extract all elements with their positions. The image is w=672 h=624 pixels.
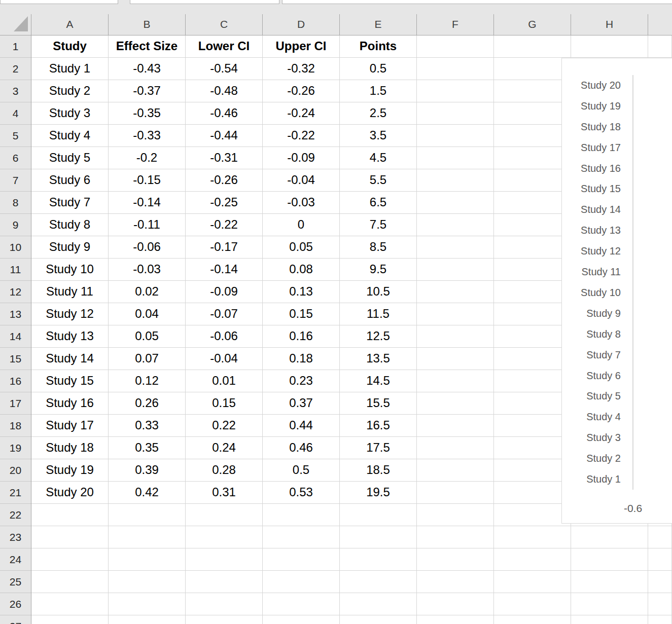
row-header-5[interactable]: 5 — [0, 125, 31, 147]
select-all-button[interactable] — [0, 14, 31, 35]
column-header-E[interactable]: E — [340, 14, 417, 35]
cell-B12[interactable]: 0.02 — [109, 281, 186, 303]
cell-A20[interactable]: Study 19 — [31, 459, 109, 482]
row-header-15[interactable]: 15 — [0, 348, 31, 370]
cell-B16[interactable]: 0.12 — [109, 370, 186, 392]
row-header-17[interactable]: 17 — [0, 392, 31, 415]
cell-D18[interactable]: 0.44 — [263, 415, 340, 437]
cell-C18[interactable]: 0.22 — [186, 415, 263, 437]
cell-C10[interactable]: -0.17 — [186, 236, 263, 259]
cell-B27[interactable] — [109, 615, 186, 624]
cell-C2[interactable]: -0.54 — [186, 58, 263, 80]
cell-F14[interactable] — [417, 325, 494, 348]
cell-G23[interactable] — [494, 526, 571, 548]
cell-B8[interactable]: -0.14 — [109, 192, 186, 214]
cell-A17[interactable]: Study 16 — [31, 392, 109, 415]
column-header-partial[interactable] — [648, 14, 672, 35]
cell-E22[interactable] — [340, 504, 417, 526]
cell-I23[interactable] — [648, 526, 672, 548]
column-header-D[interactable]: D — [263, 14, 340, 35]
cell-E15[interactable]: 13.5 — [340, 348, 417, 370]
cell-A11[interactable]: Study 10 — [31, 259, 109, 281]
cell-B26[interactable] — [109, 593, 186, 615]
cell-C19[interactable]: 0.24 — [186, 437, 263, 459]
cell-E9[interactable]: 7.5 — [340, 214, 417, 236]
cell-B2[interactable]: -0.43 — [109, 58, 186, 80]
cell-G9[interactable] — [494, 214, 571, 236]
row-header-3[interactable]: 3 — [0, 80, 31, 102]
cell-C27[interactable] — [186, 615, 263, 624]
row-header-26[interactable]: 26 — [0, 593, 31, 615]
cell-E26[interactable] — [340, 593, 417, 615]
cell-B13[interactable]: 0.04 — [109, 303, 186, 325]
cell-D17[interactable]: 0.37 — [263, 392, 340, 415]
cell-B4[interactable]: -0.35 — [109, 102, 186, 125]
cell-D9[interactable]: 0 — [263, 214, 340, 236]
row-header-1[interactable]: 1 — [0, 35, 31, 58]
cell-F25[interactable] — [417, 571, 494, 593]
cell-E7[interactable]: 5.5 — [340, 169, 417, 192]
cell-H24[interactable] — [571, 548, 648, 571]
cell-B5[interactable]: -0.33 — [109, 125, 186, 147]
cell-C17[interactable]: 0.15 — [186, 392, 263, 415]
cell-G4[interactable] — [494, 102, 571, 125]
cell-H27[interactable] — [571, 615, 648, 624]
cell-E11[interactable]: 9.5 — [340, 259, 417, 281]
row-header-27[interactable]: 27 — [0, 615, 31, 624]
cell-G7[interactable] — [494, 169, 571, 192]
cell-I26[interactable] — [648, 593, 672, 615]
cell-B20[interactable]: 0.39 — [109, 459, 186, 482]
cell-C20[interactable]: 0.28 — [186, 459, 263, 482]
cell-G11[interactable] — [494, 259, 571, 281]
cell-G20[interactable] — [494, 459, 571, 482]
cell-D1[interactable]: Upper CI — [263, 35, 340, 58]
row-header-8[interactable]: 8 — [0, 192, 31, 214]
cell-E25[interactable] — [340, 571, 417, 593]
cell-D21[interactable]: 0.53 — [263, 482, 340, 504]
cell-E16[interactable]: 14.5 — [340, 370, 417, 392]
fx-box[interactable] — [130, 0, 279, 4]
cell-C8[interactable]: -0.25 — [186, 192, 263, 214]
cell-B9[interactable]: -0.11 — [109, 214, 186, 236]
cell-I24[interactable] — [648, 548, 672, 571]
row-header-18[interactable]: 18 — [0, 415, 31, 437]
cell-F12[interactable] — [417, 281, 494, 303]
cell-G19[interactable] — [494, 437, 571, 459]
cell-C13[interactable]: -0.07 — [186, 303, 263, 325]
cell-D12[interactable]: 0.13 — [263, 281, 340, 303]
cell-G13[interactable] — [494, 303, 571, 325]
cell-D26[interactable] — [263, 593, 340, 615]
cell-B6[interactable]: -0.2 — [109, 147, 186, 169]
cell-A9[interactable]: Study 8 — [31, 214, 109, 236]
cell-D24[interactable] — [263, 548, 340, 571]
cell-F20[interactable] — [417, 459, 494, 482]
embedded-chart[interactable]: Study 20Study 19Study 18Study 17Study 16… — [561, 58, 672, 524]
cell-E23[interactable] — [340, 526, 417, 548]
cell-H26[interactable] — [571, 593, 648, 615]
cell-A27[interactable] — [31, 615, 109, 624]
row-header-14[interactable]: 14 — [0, 325, 31, 348]
cell-F27[interactable] — [417, 615, 494, 624]
cell-C3[interactable]: -0.48 — [186, 80, 263, 102]
cell-A15[interactable]: Study 14 — [31, 348, 109, 370]
cell-G8[interactable] — [494, 192, 571, 214]
row-header-21[interactable]: 21 — [0, 482, 31, 504]
cell-G27[interactable] — [494, 615, 571, 624]
cell-E1[interactable]: Points — [340, 35, 417, 58]
cell-F4[interactable] — [417, 102, 494, 125]
cell-C5[interactable]: -0.44 — [186, 125, 263, 147]
cell-E10[interactable]: 8.5 — [340, 236, 417, 259]
cell-F19[interactable] — [417, 437, 494, 459]
cell-G1[interactable] — [494, 35, 571, 58]
cell-G24[interactable] — [494, 548, 571, 571]
cell-C22[interactable] — [186, 504, 263, 526]
cell-E2[interactable]: 0.5 — [340, 58, 417, 80]
cell-C9[interactable]: -0.22 — [186, 214, 263, 236]
column-header-B[interactable]: B — [109, 14, 186, 35]
cell-D25[interactable] — [263, 571, 340, 593]
cell-B18[interactable]: 0.33 — [109, 415, 186, 437]
cell-F1[interactable] — [417, 35, 494, 58]
cell-E20[interactable]: 18.5 — [340, 459, 417, 482]
cell-A7[interactable]: Study 6 — [31, 169, 109, 192]
cell-A26[interactable] — [31, 593, 109, 615]
